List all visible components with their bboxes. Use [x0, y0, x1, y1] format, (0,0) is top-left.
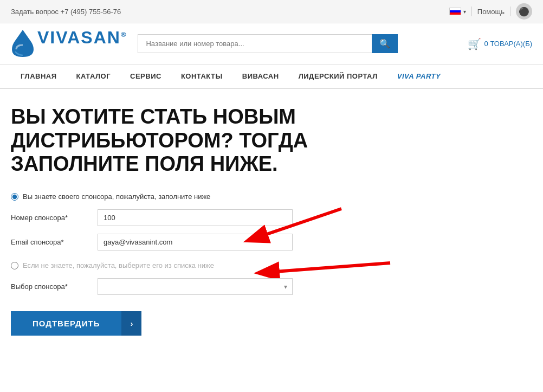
nav-item-leader[interactable]: ЛИДЕРСКИЙ ПОРТАЛ	[289, 65, 387, 88]
header: VIVASAN® 🔍 🛒 0 ТОВАР(А)(Б)	[0, 23, 543, 65]
submit-arrow-button[interactable]: ›	[121, 311, 141, 336]
help-link[interactable]: Помощь	[477, 8, 505, 16]
arrow-right-icon: ›	[130, 319, 133, 328]
logo[interactable]: VIVASAN®	[11, 29, 127, 59]
cart-button[interactable]: 🛒 0 ТОВАР(А)(Б)	[468, 37, 532, 50]
submit-button[interactable]: ПОДТВЕРДИТЬ	[11, 311, 121, 336]
sponsor-select-label: Выбор спонсора*	[11, 282, 98, 291]
user-icon: ⚫	[519, 7, 529, 17]
top-bar-right: ▾ Помощь ⚫	[449, 3, 532, 20]
registration-form: Вы знаете своего спонсора, пожалуйста, з…	[11, 192, 477, 336]
sponsor-unknown-radio-label[interactable]: Если не знаете, пожалуйста, выберите его…	[11, 261, 477, 269]
page-title: ВЫ ХОТИТЕ СТАТЬ НОВЫМ ДИСТРИБЬЮТОРОМ? ТО…	[11, 105, 401, 176]
search-icon: 🔍	[379, 39, 390, 48]
flag-icon	[449, 8, 461, 15]
sponsor-select-wrap	[98, 278, 293, 295]
nav-item-vivasan[interactable]: ВИВАСАН	[232, 65, 289, 88]
logo-droplet-icon	[11, 29, 35, 59]
sponsor-email-label: Email спонсора*	[11, 238, 98, 246]
sponsor-email-row: Email спонсора*	[11, 234, 477, 250]
phone-text: Задать вопрос +7 (495) 755-56-76	[11, 8, 121, 16]
submit-section: ПОДТВЕРДИТЬ ›	[11, 311, 477, 336]
submit-label: ПОДТВЕРДИТЬ	[33, 319, 100, 328]
sponsor-number-row: Номер спонсора*	[11, 209, 477, 226]
main-content: ВЫ ХОТИТЕ СТАТЬ НОВЫМ ДИСТРИБЬЮТОРОМ? ТО…	[0, 89, 488, 352]
sponsor-number-label: Номер спонсора*	[11, 214, 98, 222]
user-account-button[interactable]: ⚫	[516, 3, 532, 20]
nav-item-contacts[interactable]: КОНТАКТЫ	[171, 65, 232, 88]
cart-icon: 🛒	[468, 37, 481, 50]
nav-item-service[interactable]: СЕРВИС	[120, 65, 171, 88]
sponsor-known-section: Вы знаете своего спонсора, пожалуйста, з…	[11, 192, 477, 250]
search-bar: 🔍	[138, 34, 398, 53]
search-input[interactable]	[138, 34, 372, 53]
top-bar: Задать вопрос +7 (495) 755-56-76 ▾ Помощ…	[0, 0, 543, 23]
sponsor-email-input[interactable]	[98, 234, 293, 250]
sponsor-select[interactable]	[98, 278, 293, 295]
nav-item-catalog[interactable]: КАТАЛОГ	[67, 65, 120, 88]
cart-label: 0 ТОВАР(А)(Б)	[484, 40, 532, 48]
sponsor-select-row: Выбор спонсора*	[11, 278, 477, 295]
logo-text: VIVASAN®	[37, 29, 127, 46]
chevron-down-icon: ▾	[463, 9, 466, 15]
sponsor-known-radio-label[interactable]: Вы знаете своего спонсора, пожалуйста, з…	[11, 192, 477, 201]
main-nav: ГЛАВНАЯ КАТАЛОГ СЕРВИС КОНТАКТЫ ВИВАСАН …	[0, 65, 543, 89]
sponsor-unknown-radio[interactable]	[11, 262, 18, 269]
divider2	[510, 7, 510, 16]
divider	[471, 7, 472, 16]
search-button[interactable]: 🔍	[372, 34, 398, 53]
sponsor-known-radio[interactable]	[11, 193, 18, 201]
nav-item-viva-party[interactable]: VIVA PARTY	[387, 65, 450, 88]
sponsor-unknown-section: Если не знаете, пожалуйста, выберите его…	[11, 261, 477, 295]
language-selector[interactable]: ▾	[449, 8, 466, 15]
sponsor-number-input[interactable]	[98, 209, 293, 226]
nav-item-home[interactable]: ГЛАВНАЯ	[11, 65, 67, 88]
